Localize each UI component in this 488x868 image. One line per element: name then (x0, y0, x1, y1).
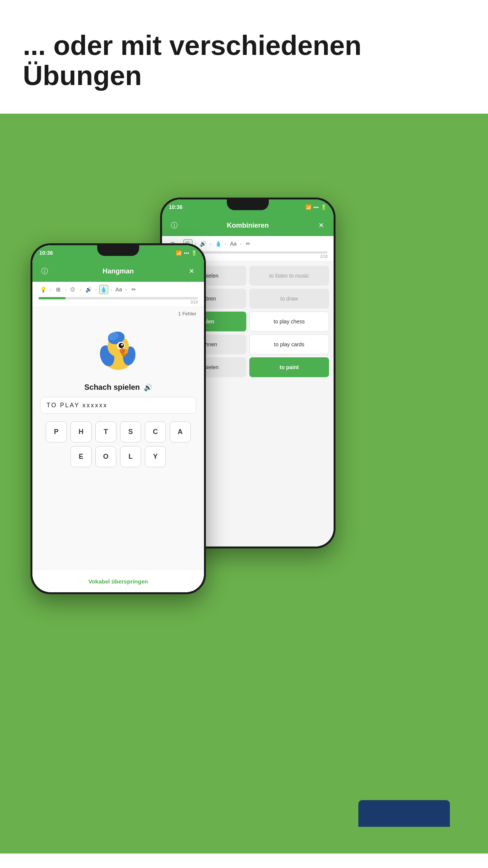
bc1-bulb: 💡 (39, 285, 48, 294)
bc1-drop: 💧 (99, 285, 108, 294)
komb-cell-5[interactable]: to play chess (249, 312, 329, 331)
letters-row-1: P H T S C A (40, 421, 196, 442)
hangman-body: 1 Fehler (32, 307, 204, 592)
phones-section: 10:36 📶 ▪▪▪ 🔋 ⓘ Kombinieren ✕ (0, 144, 488, 854)
letter-E[interactable]: E (71, 446, 92, 467)
word-text: Schach spielen (84, 383, 140, 392)
close-icon-2[interactable]: ✕ (316, 220, 327, 231)
app-header-1: ⓘ Hangman ✕ (32, 260, 204, 282)
bc1-edit: ✏ (129, 285, 138, 294)
svg-point-9 (120, 348, 125, 354)
signal-icon-1: ▪▪▪ (184, 250, 189, 256)
komb-cell-9[interactable]: to paint (249, 357, 329, 377)
status-icons-2: 📶 ▪▪▪ 🔋 (305, 204, 327, 210)
parrot-illustration (93, 323, 143, 373)
battery-icon-1: 🔋 (191, 250, 197, 256)
word-display: Schach spielen 🔊 (84, 383, 152, 392)
app-header-2: ⓘ Kombinieren ✕ (162, 215, 334, 236)
phone-hangman-inner: 10:36 📶 ▪▪▪ 🔋 ⓘ Hangman ✕ (32, 245, 204, 592)
breadcrumb-1: 💡 › ⊞ › ⛒ › 🔊 › 💧 › Aa › ✏ (39, 285, 198, 294)
time-2: 10:36 (169, 204, 183, 210)
letter-Y[interactable]: Y (145, 446, 166, 467)
letters-grid: P H T S C A E O L (40, 421, 196, 471)
close-icon-1[interactable]: ✕ (186, 266, 197, 276)
info-icon-1[interactable]: ⓘ (39, 266, 50, 276)
bc1-net: ⛒ (69, 285, 78, 294)
app-title-2: Kombinieren (227, 222, 269, 230)
svg-point-7 (119, 343, 124, 348)
bc1-sound: 🔊 (84, 285, 93, 294)
answer-text: TO PLAY xxxxxx (47, 402, 108, 408)
error-label: 1 Fehler (178, 311, 196, 317)
info-icon-2[interactable]: ⓘ (169, 220, 180, 231)
progress-bar-1 (39, 297, 198, 299)
progress-fill-1 (39, 297, 66, 299)
wifi-icon: 📶 (305, 204, 311, 210)
bc-edit: ✏ (244, 239, 253, 248)
top-section: ... oder mit verschiedenen Übungen (0, 0, 488, 114)
bc-arrow-5: › (240, 241, 242, 246)
letter-A[interactable]: A (170, 421, 191, 442)
letter-H[interactable]: H (71, 421, 92, 442)
answer-box: TO PLAY xxxxxx (40, 397, 196, 414)
app-title-1: Hangman (103, 267, 134, 275)
komb-cell-3[interactable]: to draw (249, 289, 329, 309)
wifi-icon-1: 📶 (176, 250, 182, 256)
letter-O[interactable]: O (95, 446, 116, 467)
status-icons-1: 📶 ▪▪▪ 🔋 (176, 250, 197, 256)
phones-container: 10:36 📶 ▪▪▪ 🔋 ⓘ Kombinieren ✕ (15, 167, 473, 815)
signal-icon: ▪▪▪ (313, 204, 319, 210)
letter-L[interactable]: L (120, 446, 141, 467)
bc1-text: Aa (114, 285, 123, 294)
letters-row-2: E O L Y (40, 446, 196, 467)
komb-cell-7[interactable]: to play cards (249, 334, 329, 354)
blue-accent (358, 800, 450, 827)
komb-cell-1[interactable]: to listen to music (249, 266, 329, 286)
bc-arrow-4: › (225, 241, 226, 246)
page-title: ... oder mit verschiedenen Übungen (23, 31, 465, 91)
battery-icon: 🔋 (321, 204, 327, 210)
bc-text: Aa (229, 239, 238, 248)
letter-P[interactable]: P (46, 421, 67, 442)
letter-S[interactable]: S (120, 421, 141, 442)
sound-icon[interactable]: 🔊 (144, 383, 152, 392)
time-1: 10:36 (39, 250, 53, 256)
letter-C[interactable]: C (145, 421, 166, 442)
progress-label-1: 3/18 (39, 300, 198, 304)
letter-T[interactable]: T (95, 421, 116, 442)
green-band (0, 114, 488, 144)
bc-arrow-3: › (210, 241, 211, 246)
skip-link[interactable]: Vokabel überspringen (32, 571, 204, 592)
progress-area-1: 💡 › ⊞ › ⛒ › 🔊 › 💧 › Aa › ✏ (32, 282, 204, 307)
hangman-content: 1 Fehler (32, 307, 204, 571)
bc1-grid: ⊞ (54, 285, 63, 294)
svg-point-8 (121, 344, 123, 346)
notch-2 (227, 199, 269, 210)
phone-1-screen: 10:36 📶 ▪▪▪ 🔋 ⓘ Hangman ✕ (32, 245, 204, 592)
notch-1 (97, 245, 139, 256)
phone-hangman: 10:36 📶 ▪▪▪ 🔋 ⓘ Hangman ✕ (30, 243, 206, 594)
parrot-svg (93, 323, 143, 373)
bc-drop: 💧 (214, 239, 223, 248)
